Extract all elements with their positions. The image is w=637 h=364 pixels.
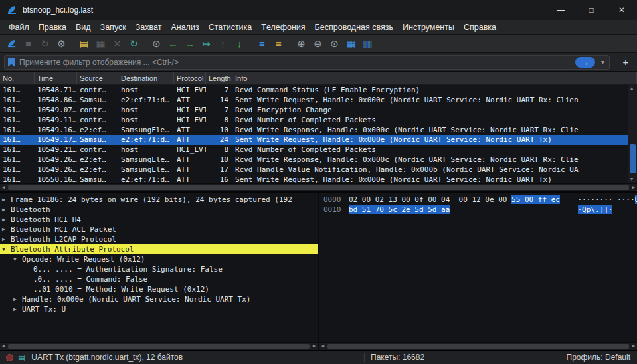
go-back-button[interactable]: ← [165, 36, 181, 52]
zoom-reset-button[interactable]: ⊙ [326, 36, 343, 52]
collapse-arrow-icon[interactable]: ▼ [2, 246, 11, 252]
scroll-left-icon[interactable]: ◀ [321, 344, 324, 349]
column-header-destination[interactable]: Destination [118, 72, 174, 84]
restart-capture-button[interactable]: ↻ [37, 36, 53, 52]
menu-tools[interactable]: Инструменты [398, 20, 459, 34]
zoom-in-button[interactable]: ⊕ [293, 36, 310, 52]
vscrollbar-thumb[interactable] [630, 144, 636, 173]
menu-go[interactable]: Запуск [96, 20, 131, 34]
packet-row[interactable]: 161… 10548.86… Samsu… e2:ef:71:d… ATT 14… [0, 95, 628, 105]
filter-dropdown-caret-icon[interactable]: ▾ [600, 58, 606, 66]
filter-bookmark-icon[interactable] [8, 58, 15, 67]
display-filter-input[interactable]: Примените фильтр отображения ... <Ctrl-/… [4, 55, 610, 70]
packet-row[interactable]: 161… 10549.26… e2:ef… SamsungEle… ATT 17… [0, 165, 628, 175]
capture-options-button[interactable]: ⚙ [53, 36, 70, 52]
maximize-button[interactable]: □ [576, 0, 606, 20]
expand-arrow-icon[interactable]: ▶ [2, 227, 11, 232]
expand-arrow-icon[interactable]: ▶ [2, 236, 11, 242]
column-header-source[interactable]: Source [77, 72, 118, 84]
go-forward-button[interactable]: → [181, 36, 198, 52]
reload-file-button[interactable]: ↻ [126, 36, 142, 52]
packet-row[interactable]: 161… 10549.16… e2:ef… SamsungEle… ATT 10… [0, 125, 628, 135]
menu-telephony[interactable]: Телефония [256, 20, 310, 34]
minimize-button[interactable]: — [545, 0, 576, 20]
detail-line-uart-tx[interactable]: ▶ UART Tx: U [0, 304, 318, 314]
hex-line[interactable]: 0010 bd 51 70 5c 2e 5d 5d aa ·Qp\.]]· [319, 205, 637, 215]
hscrollbar-thumb[interactable] [327, 344, 629, 349]
filter-apply-button[interactable]: → [575, 57, 595, 68]
packet-row[interactable]: 161… 10549.07… contr… host HCI_EVT 7 Rcv… [0, 105, 628, 115]
menu-edit[interactable]: Правка [34, 20, 71, 34]
packet-list-vscrollbar[interactable]: ▲ ▼ [628, 85, 637, 183]
scroll-left-icon[interactable]: ◀ [2, 185, 5, 190]
go-to-packet-button[interactable]: ↦ [198, 36, 215, 52]
column-header-no[interactable]: No. [0, 72, 35, 84]
cell-info: Sent Write Request, Handle: 0x000e (Nord… [232, 135, 628, 145]
menu-help[interactable]: Справка [459, 20, 501, 34]
scroll-up-icon[interactable]: ▲ [630, 86, 633, 91]
hex-hscrollbar[interactable]: ◀ ▶ [319, 342, 637, 350]
detail-line-l2cap[interactable]: ▶ Bluetooth L2CAP Protocol [0, 234, 318, 244]
column-header-length[interactable]: Length [206, 72, 232, 84]
packet-row[interactable]: 161… 10549.11… contr… host HCI_EVT 8 Rcv… [0, 115, 628, 125]
detail-line-opcode[interactable]: ▼ Opcode: Write Request (0x12) [0, 254, 318, 264]
hscrollbar-thumb[interactable] [8, 344, 310, 349]
column-header-time[interactable]: Time [35, 72, 77, 84]
scroll-down-icon[interactable]: ▼ [630, 177, 633, 182]
find-packet-button[interactable]: ⊙ [148, 36, 165, 52]
detail-line-hci-h4[interactable]: ▶ Bluetooth HCI H4 [0, 215, 318, 225]
expand-arrow-icon[interactable]: ▶ [13, 296, 22, 302]
detail-line-hci-acl[interactable]: ▶ Bluetooth HCI ACL Packet [0, 225, 318, 234]
expand-arrow-icon[interactable]: ▶ [2, 207, 11, 213]
collapse-arrow-icon[interactable]: ▼ [13, 256, 22, 262]
profile-text[interactable]: Профиль: Default [567, 353, 631, 362]
expert-info-icon[interactable] [6, 354, 13, 361]
detail-line-frame[interactable]: ▶ Frame 16186: 24 bytes on wire (192 bit… [0, 195, 318, 205]
hex-line[interactable]: 0000 02 00 02 13 00 0f 00 04 00 12 0e 00… [319, 195, 637, 205]
scroll-right-icon[interactable]: ▶ [313, 344, 316, 349]
packet-row[interactable]: 161… 10548.71… contr… host HCI_EVT 7 Rcv… [0, 85, 628, 95]
menu-capture[interactable]: Захват [131, 20, 167, 34]
packet-row[interactable]: 161… 10550.16… Samsu… e2:ef:71:d… ATT 16… [0, 175, 628, 183]
zoom-out-button[interactable]: ⊖ [310, 36, 326, 52]
packet-row-selected[interactable]: 161… 10549.17… Samsu… e2:ef:71:d… ATT 24… [0, 135, 628, 145]
go-first-button[interactable]: ↑ [215, 36, 231, 52]
start-capture-button[interactable] [3, 36, 20, 52]
go-last-button[interactable]: ↓ [231, 36, 248, 52]
filter-add-button[interactable]: + [618, 56, 633, 68]
save-file-button[interactable]: ▦ [92, 36, 109, 52]
detail-line-method[interactable]: ..01 0010 = Method: Write Request (0x12) [0, 284, 318, 294]
resize-columns-button[interactable]: ▦ [343, 36, 359, 52]
menu-view[interactable]: Вид [71, 20, 96, 34]
details-hscrollbar[interactable]: ◀ ▶ [0, 342, 318, 350]
detail-line-handle[interactable]: ▶ Handle: 0x000e (Nordic UART Service: N… [0, 294, 318, 304]
open-file-button[interactable]: ▤ [76, 36, 92, 52]
menu-analyze[interactable]: Анализ [166, 20, 203, 34]
expand-arrow-icon[interactable]: ▶ [2, 217, 11, 223]
packet-row[interactable]: 161… 10549.21… contr… host HCI_EVT 8 Rcv… [0, 145, 628, 155]
detail-line-command-flag[interactable]: .0.. .... = Command: False [0, 274, 318, 284]
menu-wireless[interactable]: Беспроводная связь [310, 20, 398, 34]
scroll-right-icon[interactable]: ▶ [632, 344, 635, 349]
close-file-button[interactable]: ✕ [109, 36, 126, 52]
column-header-protocol[interactable]: Protocol [174, 72, 206, 84]
detail-line-att-selected[interactable]: ▼ Bluetooth Attribute Protocol [0, 244, 318, 254]
capture-file-icon[interactable]: ▤ [18, 353, 25, 362]
stop-capture-button[interactable]: ■ [20, 36, 37, 52]
menu-file[interactable]: Файл [4, 20, 34, 34]
scroll-left-icon[interactable]: ◀ [2, 344, 5, 349]
expand-arrow-icon[interactable]: ▶ [13, 306, 22, 312]
auto-scroll-button[interactable]: ≡ [254, 36, 270, 52]
packet-row[interactable]: 161… 10549.26… e2:ef… SamsungEle… ATT 10… [0, 155, 628, 165]
colorize-button[interactable]: ≡ [270, 36, 287, 52]
column-header-info[interactable]: Info [232, 72, 637, 84]
scroll-right-icon[interactable]: ▶ [632, 185, 635, 190]
hscrollbar-thumb[interactable] [8, 185, 629, 190]
packet-list-hscrollbar[interactable]: ◀ ▶ [0, 183, 637, 191]
columns-layout-button[interactable]: ▥ [359, 36, 376, 52]
expand-arrow-icon[interactable]: ▶ [2, 197, 11, 203]
detail-line-auth-signature[interactable]: 0... .... = Authentication Signature: Fa… [0, 264, 318, 274]
menu-statistics[interactable]: Статистика [204, 20, 257, 34]
detail-line-bluetooth[interactable]: ▶ Bluetooth [0, 205, 318, 215]
close-button[interactable]: ✕ [606, 0, 637, 20]
